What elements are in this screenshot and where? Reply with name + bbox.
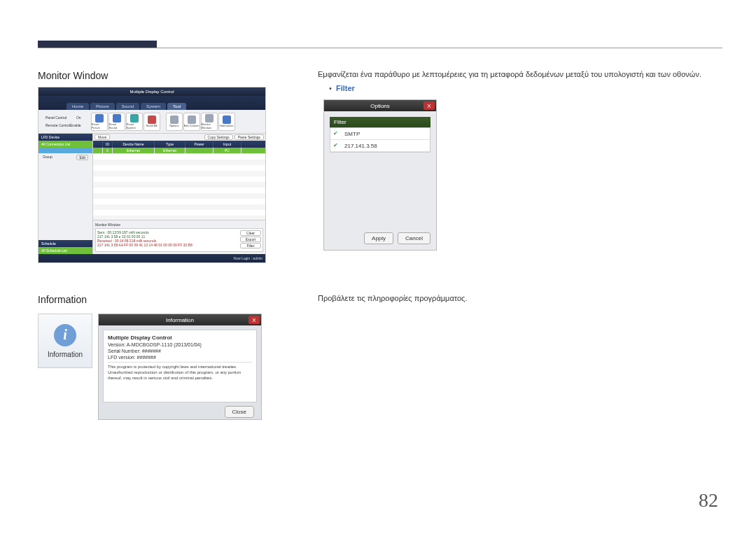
check-icon: ✔ <box>333 130 340 137</box>
mw-title: Monitor Window <box>95 223 263 227</box>
info-close-button[interactable]: Close <box>225 406 254 418</box>
information-button[interactable]: Information <box>218 113 235 131</box>
side-all-connection[interactable]: All Connection List <box>38 141 92 148</box>
info-icon: i <box>54 324 76 346</box>
options-row-smtp[interactable]: ✔ SMTP <box>330 128 430 140</box>
info-app-name: Multiple Display Control <box>108 335 252 341</box>
options-body: Filter ✔ SMTP ✔ 217.141.3.58 <box>324 111 436 158</box>
reset-picture-icon <box>95 114 104 122</box>
options-titlebar: Options X <box>324 100 436 111</box>
reset-all-icon <box>148 115 156 124</box>
tab-tool[interactable]: Tool <box>167 103 186 110</box>
paste-settings-button[interactable]: Paste Settings <box>234 134 264 140</box>
tab-system[interactable]: System <box>141 103 166 110</box>
info-dialog-footer: Close <box>225 409 254 415</box>
options-footer: Apply Cancel <box>364 232 430 244</box>
edit-column-button[interactable]: Edit Column <box>183 113 200 131</box>
mdc-toolbar: Panel ControlOn Remote ControlEnable Res… <box>38 110 265 134</box>
mdc-menu: Home Picture Sound System Tool <box>38 96 265 110</box>
desc-monitor-window: Εμφανίζεται ένα παράθυρο με λεπτομέρειες… <box>318 70 701 78</box>
side-selected-strip <box>38 148 92 153</box>
heading-information: Information <box>38 294 87 305</box>
cell-type: Ethernet <box>155 148 186 153</box>
panel-control-row: Panel ControlOn <box>41 114 85 121</box>
mw-export-button[interactable]: Export <box>240 237 261 242</box>
cell-check <box>93 148 103 153</box>
edit-column-icon <box>188 115 196 124</box>
info-dialog-body: Multiple Display Control Version: A-MDCB… <box>103 330 257 402</box>
filter-label: Filter <box>336 84 355 92</box>
cell-device: Ethernet <box>113 148 155 153</box>
filter-bullet: • Filter <box>329 84 355 92</box>
mdc-titlebar: Multiple Display Control <box>38 87 265 96</box>
mw-filter-button[interactable]: Filter <box>240 243 261 248</box>
check-icon: ✔ <box>333 142 340 149</box>
options-filter-bar: Filter <box>330 117 430 127</box>
options-row-label: 217.141.3.58 <box>344 143 377 149</box>
col-device: Device Name <box>113 141 155 148</box>
information-tile-button[interactable]: i Information <box>38 314 92 368</box>
monitor-window-pane: Monitor Window Sent : 00:13:59 187 milli… <box>93 220 265 254</box>
mw-recv-line2: 217.141.3.58 AA FF 00 09 41 13 14 48 01 … <box>97 243 261 247</box>
info-dialog-title: Information <box>166 317 194 323</box>
mw-clear-button[interactable]: Clear <box>240 230 261 236</box>
mdc-body: LFD Device All Connection List Group Edi… <box>38 134 265 254</box>
information-dialog: Information X Multiple Display Control V… <box>98 314 262 420</box>
mw-buttons: Clear Export Filter <box>240 230 261 248</box>
options-button[interactable]: Options <box>166 113 183 131</box>
col-id: ID <box>103 141 113 148</box>
mdc-app-window: Multiple Display Control Home Picture So… <box>38 87 266 263</box>
toolbar-reset-group: Reset Picture Reset Sound Reset System R… <box>91 113 160 131</box>
side-group-row[interactable]: Group Edit <box>38 153 92 162</box>
group-label: Group <box>43 155 52 160</box>
group-edit-button[interactable]: Edit <box>76 155 88 160</box>
info-close-x-button[interactable]: X <box>248 316 260 324</box>
cell-power <box>186 148 214 153</box>
reset-sound-icon <box>113 114 121 122</box>
cell-id: 0 <box>103 148 113 153</box>
tab-picture[interactable]: Picture <box>90 103 115 110</box>
info-version: Version: A-MDCBGDSP-1110 (2013/01/04) <box>108 342 252 347</box>
apply-button[interactable]: Apply <box>364 232 393 244</box>
reset-all-button[interactable]: Reset All <box>144 113 160 131</box>
tab-sound[interactable]: Sound <box>116 103 139 110</box>
col-input: Input <box>214 141 241 148</box>
col-type: Type <box>155 141 186 148</box>
mdc-sidebar: LFD Device All Connection List Group Edi… <box>38 134 93 254</box>
toolbar-tools-group: Options Edit Column Monitor Window Infor… <box>166 113 235 131</box>
grid-toolbar: Move Copy Settings Paste Settings <box>93 134 265 141</box>
info-lfd-version: LFD version: ####### <box>108 355 252 360</box>
reset-system-button[interactable]: Reset System <box>126 113 143 131</box>
header-accent <box>38 41 157 48</box>
mdc-main: Move Copy Settings Paste Settings ID Dev… <box>93 134 265 254</box>
panel-control-group: Panel ControlOn Remote ControlEnable <box>41 114 85 129</box>
side-all-schedule[interactable]: All Schedule List <box>38 247 92 254</box>
col-check <box>93 141 103 148</box>
col-power: Power <box>186 141 214 148</box>
grid-row[interactable]: 0 Ethernet Ethernet PC <box>93 148 265 154</box>
options-title-text: Options <box>370 103 390 109</box>
info-tile-label: Information <box>48 351 83 358</box>
info-serial: Serial Number: ####### <box>108 349 252 353</box>
options-dialog: Options X Filter ✔ SMTP ✔ 217.141.3.58 A… <box>323 99 437 251</box>
reset-picture-button[interactable]: Reset Picture <box>91 113 108 131</box>
options-close-button[interactable]: X <box>424 101 435 110</box>
options-row-ip[interactable]: ✔ 217.141.3.58 <box>330 140 430 152</box>
reset-system-icon <box>130 114 139 122</box>
information-icon <box>223 115 231 124</box>
info-legal-text: This program is protected by copyright l… <box>108 365 252 381</box>
monitor-window-button[interactable]: Monitor Window <box>201 113 218 131</box>
options-list: ✔ SMTP ✔ 217.141.3.58 <box>330 127 430 153</box>
reset-sound-button[interactable]: Reset Sound <box>108 113 125 131</box>
tab-home[interactable]: Home <box>66 103 89 110</box>
side-lfd-device[interactable]: LFD Device <box>38 134 92 141</box>
page-number: 82 <box>699 489 718 512</box>
copy-settings-button[interactable]: Copy Settings <box>204 134 233 140</box>
remote-control-row: Remote ControlEnable <box>41 122 85 129</box>
monitor-window-icon <box>205 114 214 122</box>
cancel-button[interactable]: Cancel <box>398 232 430 244</box>
move-button[interactable]: Move <box>94 134 110 140</box>
side-schedule[interactable]: Schedule <box>38 240 92 247</box>
bullet-dot: • <box>329 84 332 92</box>
grid-header: ID Device Name Type Power Input <box>93 141 265 148</box>
